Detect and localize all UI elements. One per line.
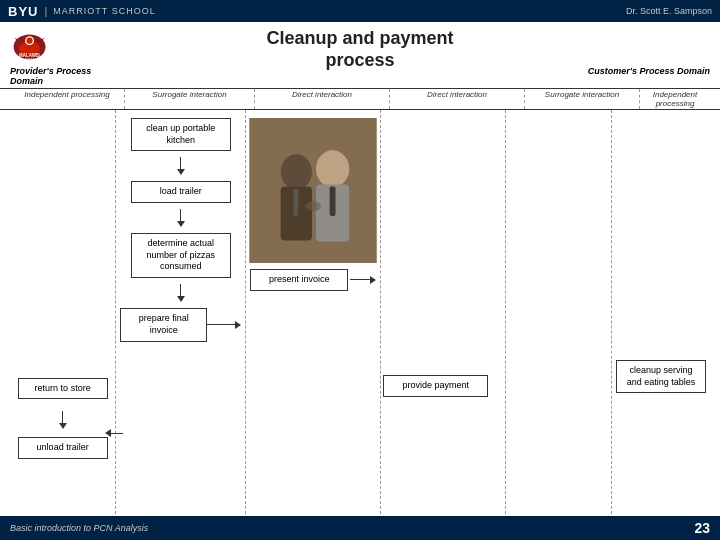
determine-actual-box: determine actual number of pizzas consum… [131, 233, 231, 278]
col-header-dir-int1: Direct interaction [255, 89, 390, 109]
unload-trailer-box: unload trailer [18, 437, 108, 459]
arrow-present-to-payment [350, 276, 376, 284]
divider: | [44, 5, 47, 17]
col-header-ind-proc2: Independent processing [640, 89, 710, 109]
col-dir-int2: provide payment [381, 110, 505, 519]
author-label: Dr. Scott E. Sampson [626, 6, 712, 16]
marriott-label: MARRIOTT SCHOOL [53, 6, 155, 16]
present-invoice-row: present invoice [250, 269, 376, 291]
pizza-logo-icon: MALAWIS PIZZA [10, 28, 50, 64]
clean-kitchen-box: clean up portable kitchen [131, 118, 231, 151]
page-title-block: Cleanup and payment process [266, 28, 453, 71]
provider-domain-label: Provider's Process Domain [10, 66, 125, 86]
prepare-invoice-row: prepare final invoice [120, 308, 241, 341]
col-dir-int1: present invoice [246, 110, 381, 519]
logo-area: MALAWIS PIZZA [10, 28, 130, 64]
photo-image [248, 118, 378, 263]
col-header-ind-proc1: Independent processing [10, 89, 125, 109]
header-bar: BYU | MARRIOTT SCHOOL Dr. Scott E. Samps… [0, 0, 720, 22]
col-header-surr-int1: Surrogate interaction [125, 89, 255, 109]
svg-point-4 [26, 38, 32, 44]
prepare-invoice-box: prepare final invoice [120, 308, 207, 341]
main-content: return to store unload trailer clean up … [0, 109, 720, 519]
arrow-return-to-unload [59, 411, 67, 429]
return-to-store-box: return to store [18, 378, 108, 400]
svg-text:MALAWIS: MALAWIS [19, 53, 40, 58]
byu-logo: BYU [8, 4, 38, 19]
arrow-clean-to-load [177, 157, 185, 175]
col-surr-int1: clean up portable kitchen load trailer d… [116, 110, 246, 519]
arrow-load-to-determine [177, 209, 185, 227]
present-invoice-box: present invoice [250, 269, 348, 291]
arrow-return-overlay [105, 429, 123, 437]
col-surr-int2 [506, 110, 612, 519]
customer-domain-label: Customer's Process Domain [418, 66, 711, 86]
clean-tables-box: cleanup serving and eating tables [616, 360, 706, 393]
arrow-determine-to-prepare [177, 284, 185, 302]
col-header-dir-int2: Direct interaction [390, 89, 525, 109]
footer-text: Basic introduction to PCN Analysis [10, 523, 148, 533]
col-ind-proc2: cleanup serving and eating tables [612, 110, 710, 519]
footer: Basic introduction to PCN Analysis 23 [0, 516, 720, 540]
page-title: Cleanup and payment process [266, 28, 453, 71]
page-number: 23 [694, 520, 710, 536]
col-ind-proc1: return to store unload trailer [10, 110, 116, 519]
svg-rect-15 [250, 118, 377, 263]
provide-payment-box: provide payment [383, 375, 488, 397]
arrow-prepare-to-present [207, 321, 241, 329]
header-left: BYU | MARRIOTT SCHOOL [8, 4, 156, 19]
load-trailer-box: load trailer [131, 181, 231, 203]
top-section: MALAWIS PIZZA Cleanup and payment proces… [0, 22, 720, 66]
col-header-surr-int2: Surrogate interaction [525, 89, 640, 109]
svg-text:PIZZA: PIZZA [25, 58, 36, 62]
column-headers: Independent processing Surrogate interac… [0, 88, 720, 109]
